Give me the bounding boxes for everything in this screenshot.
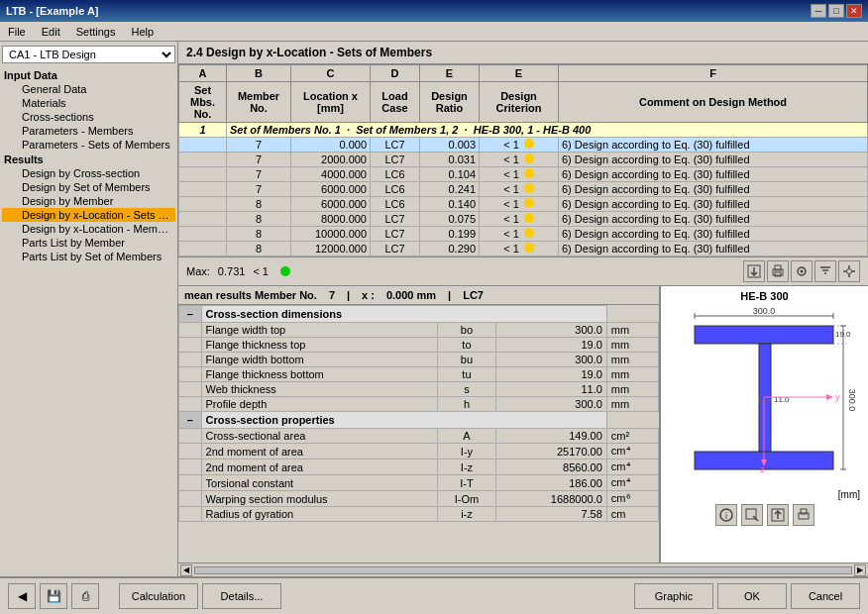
toolbar-btn-2[interactable] bbox=[767, 260, 789, 282]
status-dot bbox=[524, 168, 534, 178]
prop-unit: mm bbox=[606, 323, 658, 338]
info-button[interactable]: i bbox=[715, 504, 737, 526]
nav-print-button[interactable]: ⎙ bbox=[71, 583, 99, 609]
section-collapse-icon[interactable]: – bbox=[179, 412, 202, 429]
sidebar-item-parameters-members[interactable]: Parameters - Members bbox=[2, 124, 175, 138]
sidebar-item-design-cross[interactable]: Design by Cross-section bbox=[2, 166, 175, 180]
cell-comment: 6) Design according to Eq. (30) fulfille… bbox=[559, 197, 868, 212]
prop-sym: h bbox=[437, 397, 496, 412]
col-header-c[interactable]: C bbox=[291, 65, 371, 82]
toolbar-btn-3[interactable] bbox=[791, 260, 813, 282]
cell-criterion: < 1 bbox=[480, 197, 559, 212]
col-header-e[interactable]: E bbox=[420, 65, 480, 82]
horizontal-scrollbar[interactable]: ◀ ▶ bbox=[178, 563, 868, 576]
toolbar-btn-5[interactable] bbox=[838, 260, 860, 282]
cell-ratio: 0.290 bbox=[420, 242, 480, 256]
table-row[interactable]: 7 4000.000 LC6 0.104 < 1 6) Design accor… bbox=[179, 167, 868, 182]
table-row[interactable]: 8 6000.000 LC6 0.140 < 1 6) Design accor… bbox=[179, 197, 868, 212]
nav-save-button[interactable]: 💾 bbox=[40, 583, 67, 609]
sidebar-item-cross-sections[interactable]: Cross-sections bbox=[2, 110, 175, 124]
zoom-button[interactable] bbox=[741, 504, 763, 526]
prop-sym: I-z bbox=[437, 460, 496, 475]
cell-member: 8 bbox=[227, 242, 291, 256]
table-row[interactable]: 8 12000.000 LC7 0.290 < 1 6) Design acco… bbox=[179, 242, 868, 256]
table-row[interactable]: 1 Set of Members No. 1 · Set of Members … bbox=[179, 123, 868, 138]
cell-lc: LC6 bbox=[371, 167, 420, 182]
list-item: Flange thickness bottom tu 19.0 mm bbox=[179, 367, 659, 382]
properties-table-container[interactable]: – Cross-section dimensions Flange width … bbox=[178, 305, 659, 563]
menu-settings[interactable]: Settings bbox=[72, 25, 120, 39]
col-header-a[interactable]: A bbox=[179, 65, 227, 82]
prop-unit: cm⁴ bbox=[606, 475, 658, 491]
max-row: Max: 0.731 < 1 bbox=[178, 257, 868, 286]
toolbar-btn-1[interactable] bbox=[743, 260, 765, 282]
sidebar-item-parts-member[interactable]: Parts List by Member bbox=[2, 236, 175, 250]
table-row[interactable]: 8 10000.000 LC7 0.199 < 1 6) Design acco… bbox=[179, 227, 868, 242]
prop-name: Torsional constant bbox=[201, 475, 437, 491]
prop-val: 1688000.0 bbox=[496, 491, 607, 507]
toolbar-btn-4[interactable] bbox=[814, 260, 836, 282]
sidebar-item-design-x-sets[interactable]: Design by x-Location - Sets of M bbox=[2, 208, 175, 222]
close-button[interactable]: ✕ bbox=[846, 4, 862, 18]
cross-section-svg: 300.0 300.0 19.0 11.0 y bbox=[673, 306, 856, 489]
menu-help[interactable]: Help bbox=[127, 25, 158, 39]
maximize-button[interactable]: □ bbox=[828, 4, 844, 18]
col-subheader-c: Location x [mm] bbox=[291, 82, 371, 123]
list-item: Radius of gyration i-z 7.58 cm bbox=[179, 507, 659, 522]
col-header-d[interactable]: D bbox=[371, 65, 420, 82]
list-item: 2nd moment of area I-z 8560.00 cm⁴ bbox=[179, 460, 659, 475]
cancel-button[interactable]: Cancel bbox=[791, 583, 860, 609]
scroll-right-btn[interactable]: ▶ bbox=[854, 564, 866, 576]
design-case-dropdown[interactable]: CA1 - LTB Design bbox=[2, 46, 175, 63]
scroll-track[interactable] bbox=[194, 566, 852, 574]
sidebar-item-parameters-sets[interactable]: Parameters - Sets of Members bbox=[2, 138, 175, 152]
prop-name: Radius of gyration bbox=[201, 507, 437, 522]
cell-member: 7 bbox=[227, 138, 291, 153]
window-controls: ─ □ ✕ bbox=[811, 4, 862, 18]
table-row[interactable]: 7 0.000 LC7 0.003 < 1 6) Design accordin… bbox=[179, 138, 868, 153]
sidebar-item-design-x-members[interactable]: Design by x-Location - Members bbox=[2, 222, 175, 236]
section-header-properties: – Cross-section properties bbox=[179, 412, 659, 429]
details-button[interactable]: Details... bbox=[202, 583, 281, 609]
calculation-button[interactable]: Calculation bbox=[119, 583, 198, 609]
table-row[interactable]: 7 2000.000 LC7 0.031 < 1 6) Design accor… bbox=[179, 153, 868, 167]
graphic-button[interactable]: Graphic bbox=[634, 583, 713, 609]
cell-comment: 6) Design according to Eq. (30) fulfille… bbox=[559, 227, 868, 242]
sidebar-item-design-member[interactable]: Design by Member bbox=[2, 194, 175, 208]
max-label: Max: bbox=[186, 265, 210, 277]
minimize-button[interactable]: ─ bbox=[811, 4, 826, 18]
sidebar-item-parts-set[interactable]: Parts List by Set of Members bbox=[2, 250, 175, 263]
menu-edit[interactable]: Edit bbox=[38, 25, 64, 39]
prop-val: 7.58 bbox=[496, 507, 607, 522]
prop-val: 149.00 bbox=[496, 429, 607, 444]
section-collapse-icon[interactable]: – bbox=[179, 306, 202, 323]
table-row[interactable]: 7 6000.000 LC6 0.241 < 1 6) Design accor… bbox=[179, 182, 868, 197]
col-header-e2[interactable]: E bbox=[480, 65, 559, 82]
table-row[interactable]: 8 8000.000 LC7 0.075 < 1 6) Design accor… bbox=[179, 212, 868, 227]
cell-set bbox=[179, 212, 227, 227]
set-description: Set of Members No. 1 · Set of Members 1,… bbox=[227, 123, 868, 138]
sidebar-section-input: Input Data bbox=[4, 69, 175, 81]
svg-text:300.0: 300.0 bbox=[753, 306, 776, 316]
sidebar-item-design-set[interactable]: Design by Set of Members bbox=[2, 180, 175, 194]
sidebar-item-general-data[interactable]: General Data bbox=[2, 82, 175, 96]
col-header-f[interactable]: F bbox=[559, 65, 868, 82]
list-item: Flange thickness top to 19.0 mm bbox=[179, 338, 659, 353]
cell-location: 4000.000 bbox=[291, 167, 371, 182]
col-header-b[interactable]: B bbox=[227, 65, 291, 82]
section-title-dimensions: Cross-section dimensions bbox=[201, 306, 606, 323]
prop-name: Cross-sectional area bbox=[201, 429, 437, 444]
prop-sym: to bbox=[437, 338, 496, 353]
svg-text:19.0: 19.0 bbox=[835, 330, 851, 339]
menu-file[interactable]: File bbox=[4, 25, 30, 39]
scroll-left-btn[interactable]: ◀ bbox=[180, 564, 192, 576]
sidebar-item-materials[interactable]: Materials bbox=[2, 96, 175, 110]
status-dot bbox=[524, 243, 534, 253]
data-table-container[interactable]: A B C D E E F Set Mbs. No. Member No. Lo… bbox=[178, 64, 868, 257]
ok-button[interactable]: OK bbox=[717, 583, 787, 609]
nav-back-button[interactable]: ◀ bbox=[8, 583, 36, 609]
export-button[interactable] bbox=[767, 504, 789, 526]
prop-val: 11.0 bbox=[496, 382, 607, 397]
print-graphic-button[interactable] bbox=[793, 504, 814, 526]
cell-comment: 6) Design according to Eq. (30) fulfille… bbox=[559, 167, 868, 182]
